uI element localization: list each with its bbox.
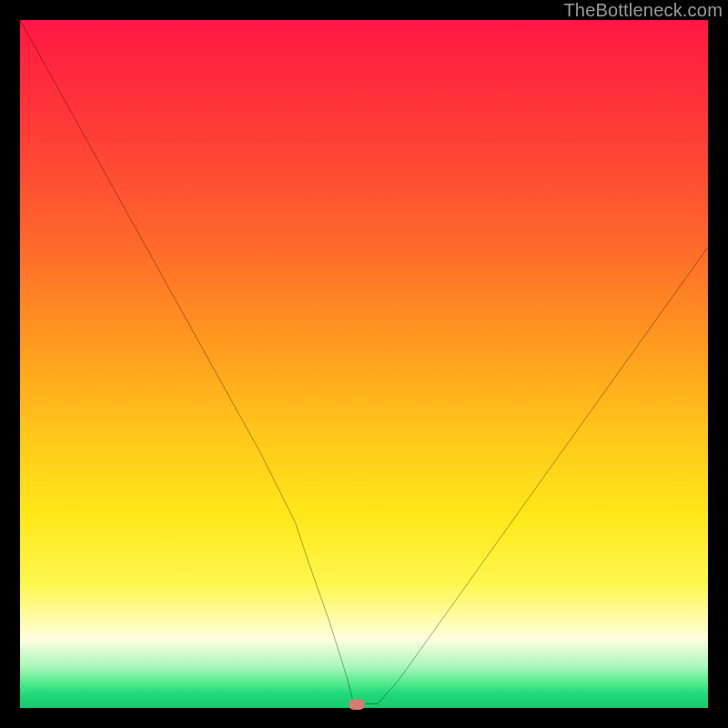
bottleneck-curve <box>20 20 708 708</box>
chart-frame: TheBottleneck.com <box>0 0 728 728</box>
chart-plot-area <box>20 20 708 708</box>
optimum-marker <box>349 699 365 710</box>
watermark-label: TheBottleneck.com <box>563 0 723 21</box>
